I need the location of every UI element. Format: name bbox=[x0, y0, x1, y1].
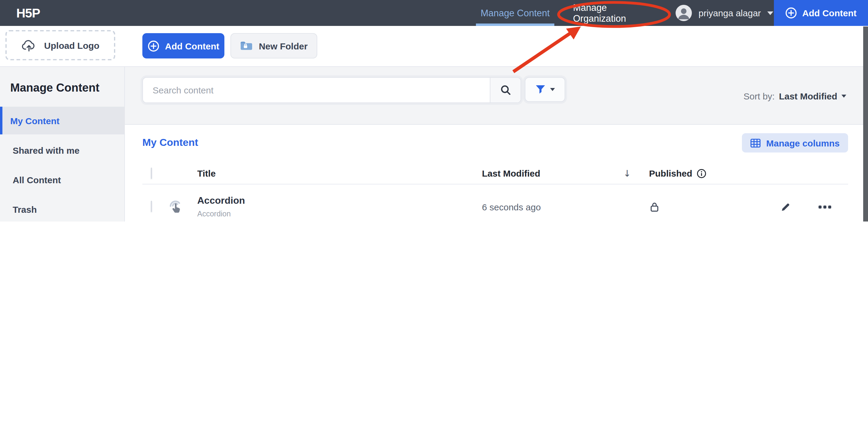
sidebar: Upload Logo Manage Content My Content Sh… bbox=[0, 26, 125, 222]
sidebar-item-my-content[interactable]: My Content bbox=[0, 107, 125, 134]
table-row: Accordion Accordion 6 seconds ago bbox=[142, 184, 848, 222]
filter-funnel-icon bbox=[535, 85, 545, 94]
toolbar: Add Content New Folder bbox=[125, 26, 868, 67]
top-navbar: H5P Manage Content Manage Organization p… bbox=[0, 0, 868, 26]
sidebar-item-shared-with-me[interactable]: Shared with me bbox=[0, 136, 125, 164]
user-avatar-icon bbox=[676, 5, 692, 21]
column-header-title[interactable]: Title bbox=[197, 168, 482, 178]
add-content-label: Add Content bbox=[165, 41, 219, 51]
last-modified: 6 seconds ago bbox=[482, 202, 649, 212]
sort-control[interactable]: Sort by: Last Modified bbox=[743, 67, 846, 125]
select-all-checkbox[interactable] bbox=[151, 168, 152, 179]
folder-lock-icon bbox=[240, 41, 253, 51]
manage-columns-label: Manage columns bbox=[766, 138, 840, 148]
column-header-published[interactable]: Published bbox=[649, 168, 752, 178]
vertical-scrollbar bbox=[863, 27, 868, 222]
content-table: Title Last Modified ↓ Published bbox=[142, 163, 848, 222]
upload-logo-label: Upload Logo bbox=[44, 40, 99, 50]
content-title[interactable]: Accordion bbox=[197, 195, 482, 206]
cloud-upload-icon bbox=[21, 39, 37, 52]
sidebar-item-trash[interactable]: Trash bbox=[0, 195, 125, 222]
search-band: Sort by: Last Modified bbox=[125, 67, 868, 125]
h5p-logo[interactable]: H5P bbox=[16, 0, 40, 26]
plus-circle-icon bbox=[785, 7, 797, 19]
chevron-down-icon bbox=[768, 11, 774, 15]
add-content-button[interactable]: Add Content bbox=[142, 33, 224, 59]
content-panel: My Content Manage columns Title Last Mod… bbox=[125, 125, 868, 222]
new-folder-button[interactable]: New Folder bbox=[230, 33, 317, 59]
column-header-modified-label: Last Modified bbox=[482, 168, 540, 178]
tab-manage-organization[interactable]: Manage Organization bbox=[573, 0, 654, 26]
search-input[interactable] bbox=[143, 78, 490, 102]
interactive-content-icon bbox=[168, 199, 184, 215]
column-header-published-label: Published bbox=[649, 168, 692, 178]
sort-label: Sort by: bbox=[743, 91, 775, 101]
search-icon bbox=[500, 84, 511, 96]
table-grid-icon bbox=[751, 138, 761, 147]
content-type: Accordion bbox=[197, 210, 482, 218]
plus-circle-icon bbox=[148, 40, 159, 52]
search-button[interactable] bbox=[490, 78, 521, 102]
navbar-add-content-button[interactable]: Add Content bbox=[774, 0, 868, 26]
ellipsis-icon bbox=[818, 205, 831, 208]
table-header: Title Last Modified ↓ Published bbox=[142, 163, 848, 184]
upload-logo-button[interactable]: Upload Logo bbox=[5, 30, 115, 60]
section-title: My Content bbox=[142, 137, 198, 149]
info-icon[interactable] bbox=[696, 168, 706, 178]
sidebar-heading: Manage Content bbox=[10, 81, 99, 95]
sidebar-item-all-content[interactable]: All Content bbox=[0, 166, 125, 194]
more-actions-button[interactable] bbox=[814, 196, 835, 217]
user-menu[interactable]: priyanga alagar bbox=[676, 0, 774, 26]
column-header-modified[interactable]: Last Modified ↓ bbox=[482, 168, 649, 179]
row-checkbox[interactable] bbox=[151, 201, 152, 212]
scrollbar-thumb[interactable] bbox=[863, 27, 868, 222]
user-name: priyanga alagar bbox=[699, 8, 761, 18]
chevron-down-icon bbox=[550, 88, 555, 91]
pencil-icon bbox=[780, 202, 790, 212]
add-content-label: Add Content bbox=[802, 8, 857, 18]
filter-button[interactable] bbox=[525, 77, 565, 102]
section-header: My Content Manage columns bbox=[142, 133, 848, 153]
new-folder-label: New Folder bbox=[259, 41, 308, 51]
manage-columns-button[interactable]: Manage columns bbox=[742, 133, 848, 152]
lock-icon bbox=[650, 202, 659, 212]
main-area: Add Content New Folder bbox=[125, 26, 868, 222]
sidebar-menu: My Content Shared with me All Content Tr… bbox=[0, 107, 125, 222]
tab-manage-content[interactable]: Manage Content bbox=[476, 0, 554, 26]
h5p-app: H5P Manage Content Manage Organization p… bbox=[0, 0, 868, 222]
chevron-down-icon bbox=[841, 94, 846, 97]
sidebar-logo-panel: Upload Logo bbox=[0, 26, 125, 67]
edit-button[interactable] bbox=[775, 196, 796, 217]
search-group bbox=[142, 77, 521, 103]
sort-descending-icon: ↓ bbox=[623, 168, 649, 179]
sort-value: Last Modified bbox=[779, 91, 837, 101]
